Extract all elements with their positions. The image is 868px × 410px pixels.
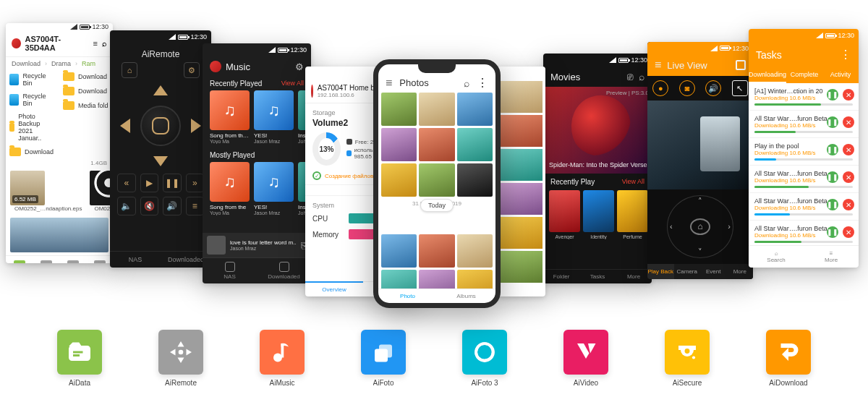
more-icon[interactable]: ⋮: [477, 76, 488, 90]
app-aidownload[interactable]: AiDownload: [766, 330, 811, 387]
search-icon[interactable]: ⌕: [639, 71, 644, 82]
dpad-right[interactable]: [191, 119, 201, 133]
home-button[interactable]: ⌂: [122, 62, 137, 78]
view-all-link[interactable]: View All: [622, 178, 644, 186]
nav-playback[interactable]: Play Back: [647, 264, 674, 279]
app-aifoto[interactable]: AiFoto: [361, 330, 406, 387]
app-aimusic[interactable]: AiMusic: [260, 330, 305, 387]
cancel-button[interactable]: ✕: [843, 171, 854, 183]
photo-thumb[interactable]: [381, 93, 417, 126]
search-icon[interactable]: ⌕: [464, 77, 469, 89]
next-button[interactable]: »: [186, 174, 205, 192]
nav-nas[interactable]: NAS: [203, 258, 257, 283]
app-aivideo[interactable]: AiVideo: [563, 330, 608, 387]
settings-icon[interactable]: ⚙: [295, 61, 304, 72]
vol-down-button[interactable]: 🔈: [117, 197, 136, 215]
nav-tasks[interactable]: Tasks: [579, 270, 616, 283]
photo-thumb[interactable]: [381, 128, 417, 161]
app-aidata[interactable]: AiData: [57, 330, 102, 387]
nav-nas[interactable]: NAS: [110, 252, 161, 268]
photo-thumb[interactable]: [499, 183, 542, 215]
track-card[interactable]: ♫YES!Jason Mraz: [254, 162, 294, 215]
settings-button[interactable]: ⚙: [184, 62, 200, 78]
track-card[interactable]: ♫YES!Jason Mraz: [254, 90, 294, 144]
camera-feed[interactable]: [647, 101, 753, 189]
nav-ezsync2[interactable]: EZ Sync: [59, 256, 86, 263]
menu-icon[interactable]: ≡: [655, 59, 661, 72]
search-icon[interactable]: ⌕: [102, 39, 107, 48]
photo-thumb[interactable]: [457, 163, 493, 197]
photo-thumb[interactable]: [381, 234, 417, 268]
nav-folder[interactable]: Folder: [6, 256, 33, 263]
crumb[interactable]: Drama: [51, 60, 71, 67]
list-item[interactable]: Download: [63, 85, 109, 98]
movie-card[interactable]: Identity: [583, 190, 614, 239]
task-item[interactable]: All Star War….furon BetaDownloading 10.6…: [749, 166, 859, 193]
ptz-up[interactable]: ˄: [698, 197, 702, 206]
pointer-button[interactable]: ↖: [732, 80, 748, 96]
menu-icon[interactable]: ≡: [386, 77, 392, 90]
cancel-button[interactable]: ✕: [843, 226, 854, 238]
list-item[interactable]: Download: [9, 145, 56, 158]
ptz-down[interactable]: ˅: [698, 247, 702, 257]
ptz-home[interactable]: ⌂: [690, 218, 710, 235]
list-item[interactable]: Download: [63, 70, 109, 83]
photo-thumb[interactable]: [419, 270, 454, 289]
pause-button[interactable]: ❚❚: [827, 171, 838, 183]
crumb[interactable]: Ram: [82, 60, 95, 67]
movie-card[interactable]: Perfume: [617, 190, 648, 239]
photo-thumb[interactable]: [457, 270, 493, 289]
hero-banner[interactable]: Preview | PS:3.0 Spider-Man: Into the Sp…: [543, 87, 652, 174]
nav-photo[interactable]: Photo: [378, 289, 437, 303]
breadcrumb[interactable]: Download› Drama› Ram: [6, 57, 113, 70]
cast-icon[interactable]: ⎚: [627, 71, 633, 82]
record-button[interactable]: ●: [652, 80, 668, 96]
now-playing-bar[interactable]: love is four letter word m..Jason Mraz ⎘: [203, 233, 311, 257]
vol-up-button[interactable]: 🔊: [163, 197, 182, 215]
photo-thumb[interactable]: [499, 217, 542, 249]
task-item[interactable]: All Star War….furon BetaDownloading 10.6…: [749, 221, 859, 245]
audio-button[interactable]: 🔊: [705, 80, 721, 96]
track-card[interactable]: ♫Song from the Arc of LifeYoyo Ma: [210, 90, 250, 144]
photo-thumb[interactable]: [499, 251, 542, 283]
prev-button[interactable]: «: [117, 174, 136, 192]
ptz-left[interactable]: ‹: [670, 222, 673, 231]
nav-search[interactable]: ⌕Search: [749, 246, 804, 268]
movie-card[interactable]: Avenger: [549, 190, 580, 239]
app-airemote[interactable]: AiRemote: [158, 330, 203, 387]
track-card[interactable]: ♫Song from theYoyo Ma: [210, 162, 250, 215]
cancel-button[interactable]: ✕: [843, 116, 854, 128]
tab-complete[interactable]: Complete: [786, 67, 822, 83]
play-button[interactable]: ▶: [140, 174, 159, 192]
nav-albums[interactable]: Albums: [437, 289, 495, 303]
dpad-up[interactable]: [153, 85, 168, 95]
photo-thumb[interactable]: [381, 270, 417, 289]
more-icon[interactable]: ⋮: [840, 48, 851, 61]
pause-button[interactable]: ❚❚: [827, 199, 838, 210]
list-button[interactable]: ≡: [186, 197, 205, 215]
pause-button[interactable]: ❚❚: [827, 89, 838, 101]
nav-more[interactable]: More: [616, 270, 652, 283]
task-item[interactable]: Play in the poolDownloading 10.6 MB/s❚❚✕: [749, 138, 859, 166]
file-thumbnail[interactable]: 6.52 MB: [10, 171, 45, 205]
photo-thumb[interactable]: [381, 163, 417, 197]
list-item[interactable]: Recycle Bin: [9, 90, 56, 109]
list-item[interactable]: Media fold: [63, 99, 109, 112]
tab-activity[interactable]: Activity: [822, 67, 859, 83]
mute-button[interactable]: 🔇: [140, 197, 159, 215]
nav-event[interactable]: Event: [700, 264, 727, 279]
app-aisecure[interactable]: AiSecure: [665, 330, 710, 387]
cancel-button[interactable]: ✕: [843, 89, 854, 101]
tab-downloading[interactable]: Downloading: [749, 67, 786, 83]
photo-thumb[interactable]: [419, 234, 454, 268]
nav-more[interactable]: ⋯: [86, 256, 113, 263]
photo-thumb[interactable]: [457, 93, 493, 126]
layout-icon[interactable]: [736, 60, 746, 70]
snapshot-button[interactable]: ◙: [679, 80, 695, 96]
ptz-right[interactable]: ›: [728, 222, 731, 231]
cancel-button[interactable]: ✕: [843, 144, 854, 155]
dpad-down[interactable]: [153, 156, 168, 166]
nav-folder[interactable]: Folder: [543, 270, 579, 283]
photo-thumb[interactable]: [457, 234, 493, 268]
nav-downloaded[interactable]: Downloaded: [257, 258, 311, 283]
